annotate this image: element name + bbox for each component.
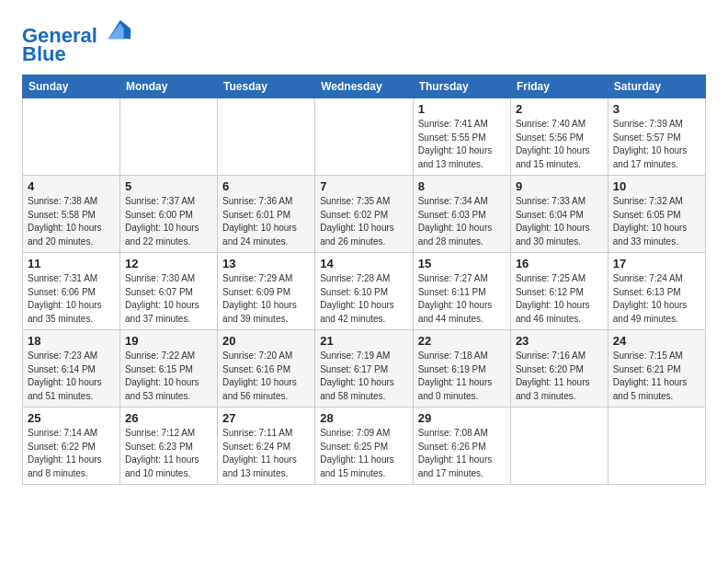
- calendar-cell: 5Sunrise: 7:37 AM Sunset: 6:00 PM Daylig…: [120, 176, 218, 253]
- weekday-header: Monday: [120, 75, 218, 98]
- day-number: 18: [28, 334, 115, 348]
- calendar-cell: 21Sunrise: 7:19 AM Sunset: 6:17 PM Dayli…: [315, 330, 413, 408]
- calendar-cell: 2Sunrise: 7:40 AM Sunset: 5:56 PM Daylig…: [510, 98, 608, 176]
- weekday-header: Saturday: [608, 75, 705, 98]
- day-info: Sunrise: 7:11 AM Sunset: 6:24 PM Dayligh…: [222, 427, 310, 480]
- logo-icon: [105, 17, 131, 42]
- day-number: 20: [222, 334, 310, 348]
- calendar-cell: 20Sunrise: 7:20 AM Sunset: 6:16 PM Dayli…: [218, 330, 315, 408]
- page-container: General Blue SundayMondayTuesdayWednesda…: [0, 0, 728, 496]
- calendar-cell: 24Sunrise: 7:15 AM Sunset: 6:21 PM Dayli…: [608, 330, 705, 408]
- day-info: Sunrise: 7:36 AM Sunset: 6:01 PM Dayligh…: [222, 195, 310, 248]
- day-number: 27: [222, 411, 310, 425]
- day-info: Sunrise: 7:29 AM Sunset: 6:09 PM Dayligh…: [222, 272, 310, 326]
- day-number: 17: [613, 257, 700, 270]
- weekday-header: Friday: [510, 75, 608, 98]
- svg-marker-1: [108, 23, 124, 39]
- day-info: Sunrise: 7:15 AM Sunset: 6:21 PM Dayligh…: [613, 350, 700, 403]
- day-number: 4: [28, 179, 115, 193]
- day-number: 21: [320, 334, 407, 348]
- calendar-cell: 25Sunrise: 7:14 AM Sunset: 6:22 PM Dayli…: [23, 408, 120, 485]
- calendar-cell: 9Sunrise: 7:33 AM Sunset: 6:04 PM Daylig…: [510, 176, 608, 253]
- day-number: 2: [516, 102, 603, 116]
- day-number: 5: [125, 179, 212, 193]
- calendar-cell: 26Sunrise: 7:12 AM Sunset: 6:23 PM Dayli…: [120, 408, 218, 485]
- day-info: Sunrise: 7:12 AM Sunset: 6:23 PM Dayligh…: [125, 427, 212, 480]
- calendar-cell: [608, 408, 705, 485]
- calendar-cell: 4Sunrise: 7:38 AM Sunset: 5:58 PM Daylig…: [23, 176, 120, 253]
- calendar-header-row: SundayMondayTuesdayWednesdayThursdayFrid…: [23, 75, 706, 98]
- day-info: Sunrise: 7:39 AM Sunset: 5:57 PM Dayligh…: [613, 118, 700, 171]
- day-info: Sunrise: 7:14 AM Sunset: 6:22 PM Dayligh…: [28, 427, 115, 480]
- calendar-week-row: 4Sunrise: 7:38 AM Sunset: 5:58 PM Daylig…: [23, 176, 706, 253]
- calendar-week-row: 25Sunrise: 7:14 AM Sunset: 6:22 PM Dayli…: [23, 408, 706, 485]
- day-number: 15: [418, 257, 506, 270]
- calendar-cell: 6Sunrise: 7:36 AM Sunset: 6:01 PM Daylig…: [218, 176, 315, 253]
- day-info: Sunrise: 7:40 AM Sunset: 5:56 PM Dayligh…: [516, 118, 603, 171]
- day-number: 13: [222, 257, 310, 270]
- calendar-cell: 8Sunrise: 7:34 AM Sunset: 6:03 PM Daylig…: [413, 176, 510, 253]
- calendar-cell: 17Sunrise: 7:24 AM Sunset: 6:13 PM Dayli…: [608, 253, 705, 330]
- calendar-cell: 29Sunrise: 7:08 AM Sunset: 6:26 PM Dayli…: [413, 408, 510, 485]
- day-info: Sunrise: 7:38 AM Sunset: 5:58 PM Dayligh…: [28, 195, 115, 248]
- calendar-cell: 28Sunrise: 7:09 AM Sunset: 6:25 PM Dayli…: [315, 408, 413, 485]
- calendar-cell: 1Sunrise: 7:41 AM Sunset: 5:55 PM Daylig…: [413, 98, 510, 176]
- day-number: 11: [28, 257, 115, 270]
- day-info: Sunrise: 7:35 AM Sunset: 6:02 PM Dayligh…: [320, 195, 407, 248]
- day-info: Sunrise: 7:25 AM Sunset: 6:12 PM Dayligh…: [516, 272, 603, 326]
- calendar-cell: 23Sunrise: 7:16 AM Sunset: 6:20 PM Dayli…: [510, 330, 608, 408]
- day-info: Sunrise: 7:09 AM Sunset: 6:25 PM Dayligh…: [320, 427, 407, 480]
- day-number: 19: [125, 334, 212, 348]
- day-info: Sunrise: 7:37 AM Sunset: 6:00 PM Dayligh…: [125, 195, 212, 248]
- calendar-cell: 14Sunrise: 7:28 AM Sunset: 6:10 PM Dayli…: [315, 253, 413, 330]
- calendar-week-row: 1Sunrise: 7:41 AM Sunset: 5:55 PM Daylig…: [23, 98, 706, 176]
- day-info: Sunrise: 7:20 AM Sunset: 6:16 PM Dayligh…: [222, 350, 310, 403]
- day-info: Sunrise: 7:32 AM Sunset: 6:05 PM Dayligh…: [613, 195, 700, 248]
- day-info: Sunrise: 7:30 AM Sunset: 6:07 PM Dayligh…: [125, 272, 212, 326]
- day-info: Sunrise: 7:08 AM Sunset: 6:26 PM Dayligh…: [418, 427, 506, 480]
- day-number: 16: [516, 257, 603, 270]
- day-number: 8: [418, 179, 506, 193]
- day-info: Sunrise: 7:33 AM Sunset: 6:04 PM Dayligh…: [516, 195, 603, 248]
- calendar-cell: 15Sunrise: 7:27 AM Sunset: 6:11 PM Dayli…: [413, 253, 510, 330]
- weekday-header: Wednesday: [315, 75, 413, 98]
- day-info: Sunrise: 7:34 AM Sunset: 6:03 PM Dayligh…: [418, 195, 506, 248]
- weekday-header: Tuesday: [218, 75, 315, 98]
- calendar-cell: [23, 98, 120, 176]
- day-info: Sunrise: 7:22 AM Sunset: 6:15 PM Dayligh…: [125, 350, 212, 403]
- calendar-table: SundayMondayTuesdayWednesdayThursdayFrid…: [22, 75, 706, 485]
- day-number: 29: [418, 411, 506, 425]
- calendar-cell: [510, 408, 608, 485]
- weekday-header: Sunday: [23, 75, 120, 98]
- calendar-cell: 12Sunrise: 7:30 AM Sunset: 6:07 PM Dayli…: [120, 253, 218, 330]
- day-number: 3: [613, 102, 700, 116]
- calendar-cell: 16Sunrise: 7:25 AM Sunset: 6:12 PM Dayli…: [510, 253, 608, 330]
- day-number: 24: [613, 334, 700, 348]
- day-info: Sunrise: 7:27 AM Sunset: 6:11 PM Dayligh…: [418, 272, 506, 326]
- day-number: 6: [222, 179, 310, 193]
- day-number: 25: [28, 411, 115, 425]
- weekday-header: Thursday: [413, 75, 510, 98]
- calendar-week-row: 11Sunrise: 7:31 AM Sunset: 6:06 PM Dayli…: [23, 253, 706, 330]
- day-info: Sunrise: 7:24 AM Sunset: 6:13 PM Dayligh…: [613, 272, 700, 326]
- day-number: 28: [320, 411, 407, 425]
- day-number: 14: [320, 257, 407, 270]
- logo: General Blue: [22, 17, 131, 65]
- calendar-cell: [218, 98, 315, 176]
- day-info: Sunrise: 7:23 AM Sunset: 6:14 PM Dayligh…: [28, 350, 115, 403]
- calendar-cell: [315, 98, 413, 176]
- day-number: 10: [613, 179, 700, 193]
- day-info: Sunrise: 7:41 AM Sunset: 5:55 PM Dayligh…: [418, 118, 506, 171]
- calendar-cell: 19Sunrise: 7:22 AM Sunset: 6:15 PM Dayli…: [120, 330, 218, 408]
- calendar-cell: 18Sunrise: 7:23 AM Sunset: 6:14 PM Dayli…: [23, 330, 120, 408]
- calendar-cell: 10Sunrise: 7:32 AM Sunset: 6:05 PM Dayli…: [608, 176, 705, 253]
- day-number: 9: [516, 179, 603, 193]
- page-header: General Blue: [22, 17, 706, 65]
- calendar-cell: 27Sunrise: 7:11 AM Sunset: 6:24 PM Dayli…: [218, 408, 315, 485]
- calendar-cell: [120, 98, 218, 176]
- calendar-cell: 7Sunrise: 7:35 AM Sunset: 6:02 PM Daylig…: [315, 176, 413, 253]
- day-info: Sunrise: 7:28 AM Sunset: 6:10 PM Dayligh…: [320, 272, 407, 326]
- calendar-cell: 11Sunrise: 7:31 AM Sunset: 6:06 PM Dayli…: [23, 253, 120, 330]
- calendar-cell: 3Sunrise: 7:39 AM Sunset: 5:57 PM Daylig…: [608, 98, 705, 176]
- day-info: Sunrise: 7:18 AM Sunset: 6:19 PM Dayligh…: [418, 350, 506, 403]
